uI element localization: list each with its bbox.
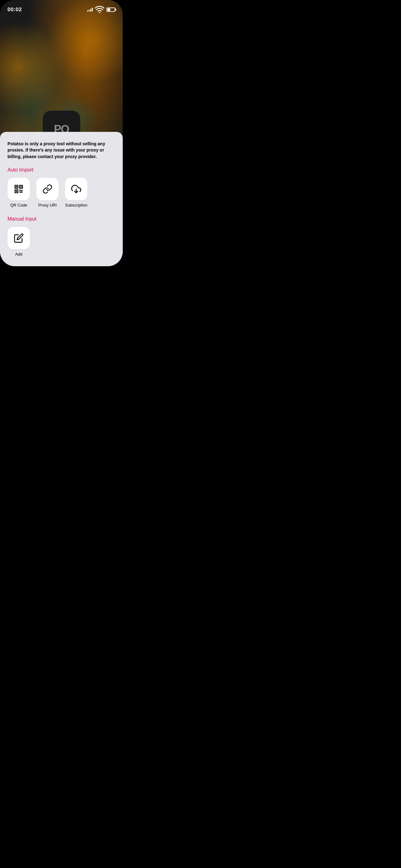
subscription-label: Subscription xyxy=(65,203,88,208)
proxy-uri-button[interactable] xyxy=(36,178,59,200)
proxy-uri-option[interactable]: Proxy URI xyxy=(36,178,59,208)
inbox-download-icon xyxy=(71,184,81,194)
qr-code-icon xyxy=(14,184,24,194)
svg-rect-5 xyxy=(16,191,17,192)
battery-fill xyxy=(107,8,110,11)
edit-icon xyxy=(14,233,24,243)
qr-code-label: QR Code xyxy=(10,203,27,208)
subscription-option[interactable]: Subscription xyxy=(65,178,88,208)
wifi-icon xyxy=(95,5,105,15)
subscription-button[interactable] xyxy=(65,178,88,200)
manual-input-options: Add xyxy=(7,227,115,256)
svg-rect-3 xyxy=(16,186,17,187)
signal-bars-icon xyxy=(87,8,93,11)
link-icon xyxy=(42,184,53,194)
svg-rect-4 xyxy=(20,186,22,187)
svg-rect-9 xyxy=(20,191,21,193)
svg-rect-10 xyxy=(21,191,23,193)
add-option[interactable]: Add xyxy=(7,227,30,256)
disclaimer-text: Potatso is only a proxy tool without sel… xyxy=(7,141,115,160)
status-bar: 00:02 xyxy=(0,0,123,16)
qr-code-button[interactable] xyxy=(7,178,30,200)
status-time: 00:02 xyxy=(7,6,22,13)
phone-screen: 00:02 PO Pot xyxy=(0,0,123,266)
qr-code-option[interactable]: QR Code xyxy=(7,178,30,208)
manual-input-label: Manual Input xyxy=(7,216,115,222)
proxy-uri-label: Proxy URI xyxy=(38,203,57,208)
battery-icon xyxy=(106,7,115,12)
manual-input-section: Manual Input Add xyxy=(7,216,115,256)
svg-rect-8 xyxy=(21,190,23,191)
auto-import-label: Auto Import xyxy=(7,167,115,173)
add-button[interactable] xyxy=(7,227,30,249)
status-icons xyxy=(87,5,115,15)
bottom-sheet: Potatso is only a proxy tool without sel… xyxy=(0,132,123,266)
add-label: Add xyxy=(15,252,22,256)
auto-import-options: QR Code Proxy URI xyxy=(7,178,115,208)
svg-rect-7 xyxy=(20,190,21,191)
